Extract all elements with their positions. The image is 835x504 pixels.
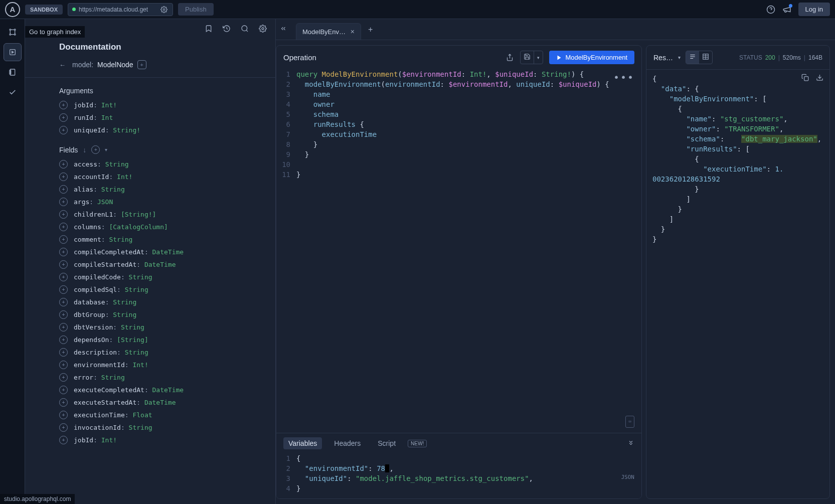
add-button[interactable]: + [137,60,146,69]
add-field-icon[interactable]: + [59,423,68,432]
add-field-icon[interactable]: + [59,386,68,394]
field-row[interactable]: +description: String [25,346,275,359]
field-row[interactable]: +dependsOn: [String] [25,333,275,346]
field-row[interactable]: +compileCompletedAt: DateTime [25,246,275,258]
nav-graph-icon[interactable] [4,23,22,41]
svg-rect-27 [804,77,808,81]
view-table-icon[interactable] [699,51,712,64]
editor-tab[interactable]: ModelByEnvi… × [296,23,361,40]
save-icon[interactable] [521,51,534,64]
field-row[interactable]: +compiledSql: String [25,283,275,296]
nav-checks-icon[interactable] [4,83,22,101]
field-row[interactable]: +executionTime: Float [25,409,275,421]
keyboard-icon[interactable]: ⌨ [625,416,634,428]
add-field-icon[interactable]: + [59,260,68,269]
field-row[interactable]: +compiledCode: String [25,271,275,283]
add-field-icon[interactable]: + [59,185,68,194]
megaphone-icon[interactable] [782,5,791,14]
field-row[interactable]: +alias: String [25,183,275,196]
add-field-icon[interactable]: + [59,248,68,256]
gear-icon[interactable] [159,5,169,14]
help-icon[interactable] [766,5,775,14]
add-field-icon[interactable]: + [59,398,68,407]
add-field-icon[interactable]: + [59,310,68,319]
add-field-icon[interactable]: + [59,436,68,444]
endpoint-url-input[interactable]: https://metadata.cloud.get [68,3,173,16]
add-field-icon[interactable]: + [59,235,68,244]
add-field-icon[interactable]: + [59,126,68,134]
tab-variables[interactable]: Variables [283,437,322,449]
collapse-sidebar-icon[interactable] [280,25,287,34]
add-field-icon[interactable]: + [59,198,68,206]
add-field-icon[interactable]: + [59,323,68,331]
publish-button[interactable]: Publish [178,3,214,16]
field-row[interactable]: +compileStartedAt: DateTime [25,258,275,271]
chevron-down-icon[interactable]: ▾ [534,53,543,62]
svg-point-6 [14,34,16,35]
collapse-icon[interactable] [627,439,634,448]
tab-headers[interactable]: Headers [329,437,366,449]
add-field-icon[interactable]: + [59,273,68,281]
field-row[interactable]: +invocationId: String [25,421,275,434]
nav-schema-icon[interactable] [4,63,22,81]
field-row[interactable]: +executeStartedAt: DateTime [25,396,275,409]
view-json-icon[interactable] [686,51,699,64]
new-tab-button[interactable]: + [368,25,373,34]
status-label: STATUS [739,54,762,61]
chevron-down-icon[interactable]: ▾ [678,55,681,60]
field-row[interactable]: +jobId: Int! [25,434,275,446]
add-field-icon[interactable]: + [59,210,68,219]
add-field-icon[interactable]: + [59,335,68,344]
copy-icon[interactable] [801,74,809,84]
add-field-icon[interactable]: + [59,361,68,369]
argument-row[interactable]: +runId: Int [25,111,275,124]
share-icon[interactable] [505,53,514,62]
field-row[interactable]: +dbtGroup: String [25,308,275,321]
download-icon[interactable] [816,74,823,84]
field-row[interactable]: +accountId: Int! [25,171,275,183]
nav-explorer-icon[interactable] [4,43,22,61]
add-field-icon[interactable]: + [59,113,68,122]
close-icon[interactable]: × [351,28,355,36]
field-row[interactable]: +childrenL1: [String!] [25,208,275,221]
field-row[interactable]: +access: String [25,158,275,171]
login-button[interactable]: Log in [798,3,830,16]
tab-script[interactable]: Script [373,437,401,449]
chevron-down-icon[interactable]: ▾ [105,147,107,152]
add-field-icon[interactable]: + [59,160,68,169]
add-field-icon[interactable]: + [59,285,68,294]
search-icon[interactable] [240,24,249,33]
history-icon[interactable] [222,24,231,33]
field-row[interactable]: +database: String [25,296,275,308]
variables-editor[interactable]: JSON 1234 { "environmentId": 78…, "uniqu… [276,453,641,498]
save-dropdown[interactable]: ▾ [520,51,543,64]
argument-row[interactable]: +jobId: Int! [25,99,275,111]
view-toggle[interactable] [686,51,713,64]
add-field-icon[interactable]: + [59,373,68,382]
model-name[interactable]: ModelNode [97,61,133,69]
run-button[interactable]: ModelByEnvironment [549,51,634,64]
add-field-icon[interactable]: + [59,348,68,357]
add-all-icon[interactable]: + [91,145,100,154]
field-row[interactable]: +columns: [CatalogColumn] [25,221,275,233]
add-field-icon[interactable]: + [59,173,68,181]
argument-row[interactable]: +uniqueId: String! [25,124,275,136]
field-row[interactable]: +dbtVersion: String [25,321,275,333]
field-row[interactable]: +environmentId: Int! [25,359,275,371]
more-menu-icon[interactable]: ••• [613,72,634,82]
apollo-logo-icon[interactable]: A [5,2,20,17]
add-field-icon[interactable]: + [59,411,68,419]
field-row[interactable]: +error: String [25,371,275,384]
sort-icon[interactable]: ↓ [83,146,86,154]
add-field-icon[interactable]: + [59,223,68,231]
field-row[interactable]: +comment: String [25,233,275,246]
gear-icon[interactable] [258,24,267,33]
response-body[interactable]: { "data": { "modelByEnvironment": [ { "n… [646,70,829,498]
bookmark-icon[interactable] [204,24,213,33]
field-row[interactable]: +args: JSON [25,196,275,208]
query-editor[interactable]: 1234567891011 query ModelByEnvironment($… [276,69,641,433]
add-field-icon[interactable]: + [59,298,68,306]
back-arrow-icon[interactable]: ← [59,61,68,69]
field-row[interactable]: +executeCompletedAt: DateTime [25,384,275,396]
add-field-icon[interactable]: + [59,101,68,109]
